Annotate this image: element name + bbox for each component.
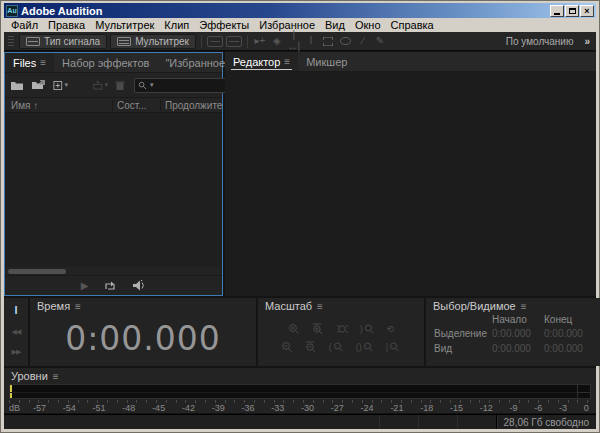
db-unit-label: dB xyxy=(9,403,20,413)
waveform-display-button[interactable] xyxy=(226,36,242,47)
time-selection-tool[interactable]: I xyxy=(304,35,318,47)
marquee-selection-tool[interactable] xyxy=(323,37,333,46)
tab-mixer[interactable]: Микшер xyxy=(298,52,355,71)
spectral-view-button[interactable] xyxy=(207,36,223,47)
db-tick-label: -36 xyxy=(241,403,254,413)
end-value[interactable]: 0:00.000 xyxy=(544,343,596,354)
panel-menu-icon[interactable]: ≡ xyxy=(75,301,81,312)
panel-menu-icon[interactable]: ≡ xyxy=(521,301,527,312)
start-value[interactable]: 0:00.000 xyxy=(492,328,544,339)
menu-item[interactable]: Клип xyxy=(159,19,194,31)
menu-item[interactable]: Мультитрек xyxy=(90,19,159,31)
free-space-indicator: 28,06 Гб свободно xyxy=(496,415,596,429)
db-tick-label: -33 xyxy=(271,403,284,413)
column-state[interactable]: Сост... xyxy=(112,100,160,111)
slip-tool[interactable]: |↔| xyxy=(287,29,301,53)
toolbar-grip[interactable] xyxy=(8,36,14,46)
column-start: Начало xyxy=(492,314,544,325)
import-files-icon[interactable] xyxy=(31,79,46,92)
zoom-to-cursor-icon[interactable]: | xyxy=(386,341,401,353)
selection-row: Вид 0:00.000 0:00.000 xyxy=(434,343,596,354)
db-tick-label: -39 xyxy=(212,403,225,413)
paintbrush-tool[interactable]: ∕ xyxy=(356,35,370,47)
time-display: 0:00.000 xyxy=(30,314,256,366)
maximize-button[interactable] xyxy=(565,5,579,17)
column-name[interactable]: Имя ↑ xyxy=(5,100,112,111)
zoom-reset-icon[interactable] xyxy=(336,323,349,335)
selection-table: Начало Конец Выделение 0:00.000 0:00.000… xyxy=(426,314,600,366)
menu-item[interactable]: Правка xyxy=(43,19,90,31)
toolbar-overflow-icon[interactable]: » xyxy=(582,36,592,47)
preview-play-icon[interactable]: ▶ xyxy=(81,280,89,291)
level-meter[interactable] xyxy=(9,384,591,399)
meter-peak-box xyxy=(577,385,590,398)
spot-healing-brush-tool[interactable]: ✎ xyxy=(373,35,387,47)
selection-panel-title: Выбор/Видимое xyxy=(433,300,516,312)
db-tick-label: -30 xyxy=(301,403,314,413)
db-tick-label: -42 xyxy=(182,403,195,413)
zoom-out-time-icon[interactable] xyxy=(305,341,318,353)
editor-panel: Редактор ≡ Микшер xyxy=(225,52,596,296)
row-label: Вид xyxy=(434,343,492,354)
toolbar-separator xyxy=(201,35,202,48)
zoom-in-at-out-point-icon[interactable]: ) xyxy=(360,323,376,335)
tab-editor[interactable]: Редактор ≡ xyxy=(225,52,298,71)
ibeam-tool-icon[interactable]: I xyxy=(14,304,17,316)
menu-item[interactable]: Файл xyxy=(6,19,43,31)
menu-item[interactable]: Справка xyxy=(386,19,439,31)
razor-tool[interactable]: ◈ xyxy=(270,35,284,47)
move-tool[interactable]: ▸+ xyxy=(253,35,267,47)
files-tabs: Files ≡ Набор эффектов "Избранное" » xyxy=(5,53,222,73)
menu-item[interactable]: Вид xyxy=(320,19,350,31)
zoom-in-amplitude-icon[interactable] xyxy=(288,323,301,335)
db-tick-label: -24 xyxy=(361,403,374,413)
files-horizontal-scrollbar[interactable] xyxy=(5,267,222,275)
rewind-icon[interactable]: ◀◀ xyxy=(12,328,21,336)
toolbar-separator xyxy=(247,35,248,48)
lasso-selection-tool[interactable] xyxy=(340,37,351,45)
menu-item[interactable]: Окно xyxy=(350,19,386,31)
insert-into-multitrack-icon[interactable]: ▾ xyxy=(93,79,108,92)
caret-down-icon: ▾ xyxy=(104,81,108,89)
status-bar: 28,06 Гб свободно xyxy=(4,414,596,429)
time-panel: Время ≡ 0:00.000 xyxy=(30,298,256,366)
end-value[interactable]: 0:00.000 xyxy=(544,328,596,339)
fast-forward-icon[interactable]: ▶▶ xyxy=(12,348,21,356)
zoom-out-amplitude-icon[interactable] xyxy=(281,341,294,353)
menu-item[interactable]: Эффекты xyxy=(194,19,254,31)
zoom-in-at-in-point-icon[interactable]: ( xyxy=(329,341,345,353)
minimize-button[interactable] xyxy=(550,5,564,17)
panel-menu-icon[interactable]: ≡ xyxy=(317,301,323,312)
open-file-icon[interactable] xyxy=(10,79,24,92)
column-duration[interactable]: Продолжительн... xyxy=(160,100,222,111)
waveform-view-button[interactable]: Тип сигнала xyxy=(19,34,107,49)
db-tick-label: -51 xyxy=(93,403,106,413)
panel-menu-icon[interactable]: ≡ xyxy=(40,57,46,68)
row-label: Выделение xyxy=(434,328,492,339)
zoom-to-selection-icon[interactable]: () xyxy=(356,341,375,353)
main-toolbar: Тип сигнала Мультитрек ▸+ ◈ |↔| I ∕ ✎ По… xyxy=(4,32,596,51)
tab-files[interactable]: Files ≡ xyxy=(5,53,54,72)
files-list[interactable] xyxy=(5,113,222,267)
editor-canvas[interactable] xyxy=(225,72,596,296)
zoom-in-time-icon[interactable] xyxy=(312,323,325,335)
tab-effects-rack[interactable]: Набор эффектов xyxy=(54,53,157,72)
selection-row: Выделение 0:00.000 0:00.000 xyxy=(434,328,596,339)
loop-playback-icon[interactable] xyxy=(102,279,117,292)
workspace-selector[interactable]: По умолчанию xyxy=(500,36,580,47)
autoplay-speaker-icon[interactable] xyxy=(131,279,146,292)
zoom-full-reset-icon[interactable]: ⟲ xyxy=(387,323,395,335)
delete-trash-icon[interactable] xyxy=(115,79,125,92)
editor-tabs: Редактор ≡ Микшер xyxy=(225,52,596,72)
close-button[interactable]: × xyxy=(580,5,594,17)
start-value[interactable]: 0:00.000 xyxy=(492,343,544,354)
db-tick-label: -15 xyxy=(450,403,463,413)
db-tick-label: -27 xyxy=(331,403,344,413)
panel-menu-icon[interactable]: ≡ xyxy=(284,56,290,67)
window-title: Adobe Audition xyxy=(21,5,550,17)
multitrack-view-button[interactable]: Мультитрек xyxy=(110,34,196,49)
levels-panel: Уровни ≡ dB -57-54-51-48-45-42-39-36-33-… xyxy=(4,368,596,413)
new-item-icon[interactable]: ▾ xyxy=(53,79,68,92)
panel-menu-icon[interactable]: ≡ xyxy=(53,371,59,382)
scrollbar-thumb[interactable] xyxy=(8,269,66,274)
